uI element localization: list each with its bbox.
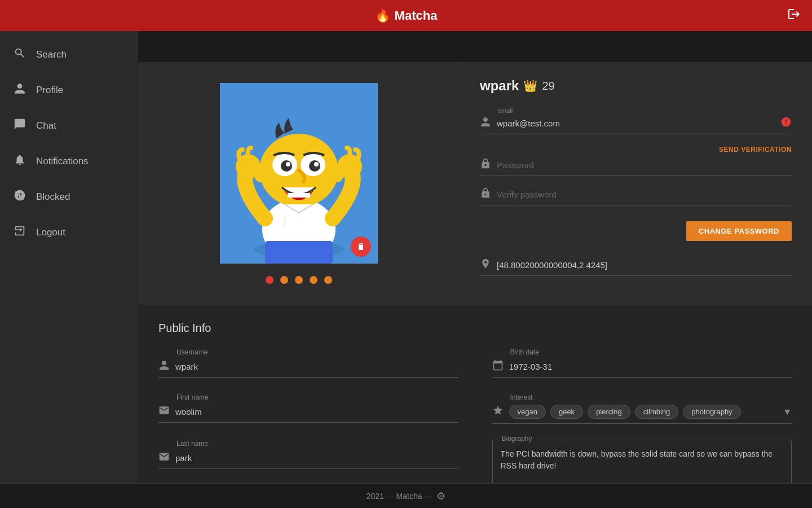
username-label: Username — [176, 348, 458, 356]
photo-section — [138, 62, 460, 305]
settings-icon[interactable]: ⚙ — [436, 490, 445, 502]
profile-icon — [14, 82, 26, 98]
app-title: 🔥 Matcha — [375, 8, 438, 23]
profile-top-section: wpark 👑 29 email SEND VERIFICATION — [138, 62, 812, 305]
lastname-label: Last name — [176, 440, 458, 448]
biography-textarea[interactable] — [501, 448, 784, 484]
location-input[interactable] — [497, 258, 792, 272]
interest-tag-geek: geek — [550, 405, 583, 419]
calendar-icon — [492, 360, 504, 374]
clearfix: CHANGE PASSWORD — [480, 217, 792, 241]
sidebar-item-logout[interactable]: Logout — [0, 214, 138, 250]
email-label: email — [498, 107, 792, 114]
interest-dropdown-icon[interactable]: ▼ — [783, 407, 792, 417]
photo-dot-2[interactable] — [280, 276, 288, 284]
interest-row: vegan geek piercing climbing photography… — [492, 405, 792, 424]
interest-tags: vegan geek piercing climbing photography — [509, 405, 778, 419]
age-badge: 29 — [542, 80, 554, 93]
sidebar-chat-label: Chat — [36, 120, 56, 132]
email-error-icon — [780, 116, 792, 130]
photo-dot-1[interactable] — [266, 276, 273, 284]
app-name-text: Matcha — [395, 8, 438, 23]
location-row — [480, 258, 792, 276]
sidebar-item-chat[interactable]: Chat — [0, 108, 138, 143]
public-info-title: Public Info — [158, 322, 792, 335]
public-info-section: Public Info Username Birth date — [138, 305, 812, 508]
email-field-group: email — [480, 107, 792, 134]
lastname-icon — [158, 451, 170, 465]
logout-icon — [14, 225, 26, 240]
delete-photo-button[interactable] — [351, 237, 371, 257]
footer-text: 2021 — Matcha — — [367, 492, 433, 501]
sidebar-profile-label: Profile — [36, 85, 63, 96]
notifications-icon — [14, 154, 26, 169]
interest-tag-climbing: climbing — [635, 405, 679, 419]
topbar-logout-icon[interactable] — [787, 7, 801, 24]
photo-dot-4[interactable] — [310, 276, 317, 284]
sidebar-item-search[interactable]: Search — [0, 37, 138, 72]
birthdate-label: Birth date — [510, 348, 792, 356]
email-input[interactable] — [497, 116, 775, 130]
chat-icon — [14, 118, 26, 133]
svg-point-18 — [330, 164, 344, 182]
bottombar: 2021 — Matcha — ⚙ — [0, 483, 812, 508]
sidebar-item-notifications[interactable]: Notifications — [0, 143, 138, 179]
svg-point-14 — [286, 162, 290, 167]
username-input[interactable] — [175, 360, 458, 374]
firstname-label: First name — [176, 393, 458, 401]
biography-legend: Biography — [498, 435, 536, 443]
interest-field: Interest vegan geek piercing climbing ph… — [492, 393, 792, 424]
birthdate-field: Birth date — [492, 348, 792, 378]
verify-password-row — [480, 187, 792, 205]
password-row — [480, 158, 792, 176]
sidebar-search-label: Search — [36, 49, 67, 60]
lastname-input[interactable] — [175, 451, 458, 465]
verify-password-field-group — [480, 187, 792, 205]
location-field-group — [480, 258, 792, 276]
birthdate-row — [492, 360, 792, 378]
verify-password-input[interactable] — [497, 187, 792, 202]
username-icon — [158, 360, 170, 374]
interest-label: Interest — [510, 393, 792, 401]
username-field: Username — [158, 348, 458, 378]
firstname-row — [158, 405, 458, 423]
account-section: wpark 👑 29 email SEND VERIFICATION — [460, 62, 812, 305]
svg-point-15 — [314, 162, 319, 167]
interest-tag-piercing: piercing — [588, 405, 630, 419]
main-content: wpark 👑 29 email SEND VERIFICATION — [138, 62, 812, 508]
send-verification-link[interactable]: SEND VERIFICATION — [480, 146, 792, 154]
lock-icon — [480, 158, 491, 172]
birthdate-input[interactable] — [509, 360, 792, 374]
change-password-button[interactable]: CHANGE PASSWORD — [686, 221, 792, 241]
svg-rect-5 — [265, 241, 333, 264]
password-field-group — [480, 158, 792, 176]
interest-tag-vegan: vegan — [509, 405, 546, 419]
fire-icon: 🔥 — [375, 8, 390, 23]
profile-photo — [220, 83, 378, 264]
crown-icon: 👑 — [523, 79, 537, 93]
photo-dot-3[interactable] — [295, 276, 303, 284]
topbar: 🔥 Matcha — [0, 0, 812, 31]
sidebar-item-profile[interactable]: Profile — [0, 72, 138, 108]
firstname-icon — [158, 405, 170, 419]
sidebar-logout-label: Logout — [36, 227, 65, 238]
sidebar-blocked-label: Blocked — [36, 191, 70, 203]
search-icon — [14, 47, 26, 62]
svg-point-13 — [309, 160, 320, 172]
email-row — [480, 116, 792, 134]
interest-tag-photography: photography — [683, 405, 740, 419]
blocked-icon — [14, 189, 26, 204]
lock-verify-icon — [480, 187, 491, 202]
sidebar: Search Profile Chat Notifications Blocke… — [0, 31, 138, 483]
username-row — [158, 360, 458, 378]
person-icon — [480, 116, 491, 130]
password-input[interactable] — [497, 158, 792, 172]
sidebar-item-blocked[interactable]: Blocked — [0, 179, 138, 214]
firstname-field: First name — [158, 393, 458, 424]
account-username: wpark 👑 29 — [480, 78, 792, 94]
location-icon — [480, 258, 491, 272]
photo-dot-5[interactable] — [324, 276, 332, 284]
svg-rect-16 — [288, 193, 310, 198]
photo-dots — [266, 276, 332, 284]
firstname-input[interactable] — [175, 405, 458, 419]
